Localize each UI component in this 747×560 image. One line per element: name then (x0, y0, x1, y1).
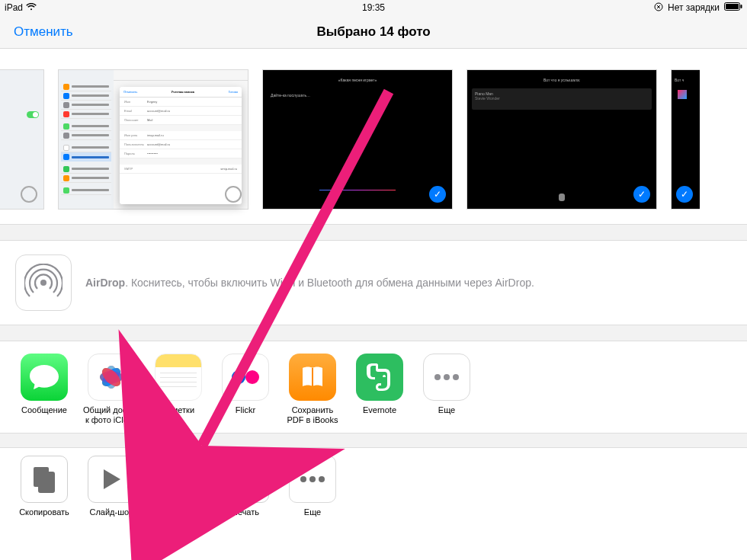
action-copy[interactable]: Скопировать (15, 456, 73, 529)
photos-icon (88, 354, 135, 401)
more-icon (423, 354, 470, 401)
svg-rect-22 (239, 467, 252, 473)
more-icon (289, 456, 336, 503)
app-flickr[interactable]: Flickr (216, 354, 274, 427)
selection-check-icon[interactable] (429, 186, 446, 203)
hide-icon (155, 456, 202, 503)
svg-rect-3 (741, 5, 742, 8)
thumbnail-siri-result[interactable]: Вот что я услышала: Piano ManStevie Wond… (466, 69, 657, 210)
svg-point-4 (40, 280, 46, 286)
action-slideshow[interactable]: Слайд-шоу (82, 456, 140, 529)
charge-label: Нет зарядки (668, 2, 720, 13)
app-ibooks[interactable]: Сохранить PDF в iBooks (284, 354, 341, 427)
svg-rect-18 (39, 472, 54, 492)
thumbnail[interactable]: Вот ч (671, 69, 700, 210)
page-title: Выбрано 14 фото (316, 24, 430, 40)
app-notes[interactable]: Заметки (149, 354, 207, 427)
actions-row: Скопировать Слайд-шоу Скрыть Печать Еще (0, 448, 747, 546)
svg-rect-2 (726, 4, 739, 9)
section-separator (0, 433, 747, 448)
messages-icon (21, 354, 68, 401)
thumbnail-siri-listen[interactable]: «Какая песня играет» Дайте-ка послушать… (262, 69, 453, 210)
apps-row: Сообщение Общий доступ к фото iCloud Зам… (0, 341, 747, 433)
copy-icon (21, 456, 68, 503)
modal-account: ОтменитьУчетная записьГотово ИмяEvgeny E… (120, 87, 242, 204)
action-hide[interactable]: Скрыть (149, 456, 207, 529)
battery-icon (724, 2, 742, 13)
selection-circle[interactable] (225, 186, 242, 203)
app-evernote[interactable]: Evernote (351, 354, 409, 427)
cancel-button[interactable]: Отменить (14, 24, 73, 40)
device-label: iPad (5, 2, 23, 13)
thumbnail-settings[interactable]: ОтменитьУчетная записьГотово ИмяEvgeny E… (58, 69, 248, 210)
app-messages[interactable]: Сообщение (15, 354, 73, 427)
selection-check-icon[interactable] (676, 186, 693, 203)
svg-point-14 (245, 370, 259, 384)
svg-point-13 (232, 370, 245, 384)
svg-rect-24 (239, 481, 252, 491)
notes-icon (155, 354, 202, 401)
action-print[interactable]: Печать (216, 456, 274, 529)
svg-rect-15 (312, 368, 313, 386)
status-bar: iPad 19:35 Нет зарядки (0, 0, 747, 15)
print-icon (222, 456, 269, 503)
app-more[interactable]: Еще (418, 354, 476, 427)
evernote-icon (356, 354, 403, 401)
not-charging-icon (654, 2, 663, 14)
airdrop-text: AirDrop. Коснитесь, чтобы включить Wi-Fi… (85, 277, 534, 289)
airdrop-icon (15, 254, 72, 311)
wifi-icon (26, 2, 37, 13)
selection-circle[interactable] (21, 186, 37, 203)
flickr-icon (222, 354, 269, 401)
play-icon (88, 456, 135, 503)
action-more[interactable]: Еще (284, 456, 341, 529)
nav-bar: Отменить Выбрано 14 фото (0, 15, 747, 49)
section-separator (0, 224, 747, 241)
selection-check-icon[interactable] (633, 186, 650, 203)
app-icloud-photos[interactable]: Общий доступ к фото iCloud (82, 354, 140, 427)
preview-strip[interactable]: ОтменитьУчетная записьГотово ИмяEvgeny E… (0, 49, 747, 224)
section-separator (0, 325, 747, 341)
clock: 19:35 (362, 2, 385, 13)
airdrop-row[interactable]: AirDrop. Коснитесь, чтобы включить Wi-Fi… (0, 241, 747, 325)
ibooks-icon (289, 354, 336, 401)
thumbnail[interactable] (0, 69, 44, 210)
